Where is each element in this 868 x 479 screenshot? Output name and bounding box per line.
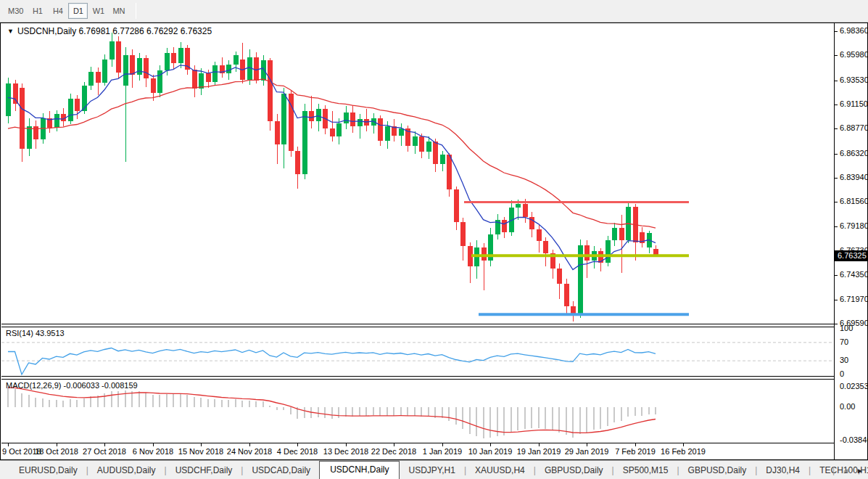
macd-bar (290, 407, 292, 414)
chart-tab-eurusd-daily[interactable]: EURUSD,Daily (10, 462, 86, 479)
candle-body (316, 109, 321, 121)
macd-bar (607, 407, 608, 426)
candle-body (454, 189, 459, 222)
macd-bar (35, 398, 36, 407)
macd-bar (503, 407, 505, 435)
timeframe-button-w1[interactable]: W1 (88, 3, 108, 19)
price-axis-tick (835, 128, 838, 129)
candle-body (344, 112, 349, 123)
date-axis-tick (635, 443, 636, 446)
candle-body (75, 99, 80, 111)
date-axis-tick (57, 443, 57, 446)
timeframe-button-h4[interactable]: H4 (48, 3, 67, 19)
macd-bar (318, 407, 319, 417)
macd-bar (49, 400, 50, 408)
chart-title-text: USDCNH,Daily 6.76981 6.77286 6.76292 6.7… (17, 26, 212, 36)
price-axis-tick (835, 226, 838, 227)
macd-bar (613, 407, 615, 422)
date-axis-label: 15 Nov 2018 (174, 447, 228, 456)
candle-body (440, 155, 445, 164)
candle-body (261, 60, 266, 81)
macd-bar (276, 407, 278, 410)
price-axis-label: 6.91150 (840, 99, 868, 108)
price-axis-tick (835, 202, 838, 202)
timeframe-button-mn[interactable]: MN (109, 3, 128, 19)
tab-scroll-left-icon[interactable]: ◄ (842, 467, 849, 475)
date-axis-tick (394, 443, 394, 446)
candle-body (330, 128, 335, 136)
chart-tab-sp500-m15[interactable]: SP500,M15 (614, 462, 677, 479)
price-panel[interactable]: ▼USDCNH,Daily 6.76981 6.77286 6.76292 6.… (1, 23, 834, 324)
candle-body (350, 112, 355, 127)
chart-tab-usdcad-daily[interactable]: USDCAD,Daily (243, 462, 319, 479)
macd-bar (455, 407, 457, 425)
tab-scroll-right-icon[interactable]: ► (856, 467, 864, 475)
macd-bar (269, 406, 270, 408)
macd-bar (56, 400, 57, 407)
candle-body (88, 72, 94, 86)
candle-body (605, 240, 611, 263)
chart-tabbar: EURUSD,Daily|AUDUSD,Daily|USDCHF,Daily|U… (0, 460, 868, 479)
rsi-panel[interactable]: RSI(14) 43.9513 (1, 327, 834, 377)
price-axis-label: 6.93530 (840, 75, 868, 84)
date-axis-tick (153, 443, 154, 446)
timeframe-button-m30[interactable]: M30 (4, 3, 27, 19)
chart-tab-dj30-h4[interactable]: DJ30,H4 (757, 462, 809, 479)
macd-bar (7, 388, 9, 407)
price-axis-label: 6.88770 (840, 123, 868, 132)
price-axis-tick (835, 178, 838, 179)
candle-body (226, 65, 231, 74)
price-axis-tick (835, 105, 838, 105)
chart-tab-usdchf-daily[interactable]: USDCHF,Daily (167, 462, 241, 479)
macd-bar (214, 399, 215, 407)
macd-bar (283, 407, 284, 410)
chart-tab-gbpusd-daily[interactable]: GBPUSD,Daily (679, 462, 756, 479)
price-axis[interactable]: 6.76325 6.983606.959806.935306.911506.88… (834, 23, 867, 459)
toolbar-divider (136, 3, 136, 19)
macd-bar (627, 407, 629, 417)
candles-layer (6, 33, 658, 322)
timeframe-button-h1[interactable]: H1 (28, 3, 47, 19)
macd-bar (173, 394, 174, 407)
macd-bar (462, 407, 463, 429)
price-axis-tick (835, 324, 838, 324)
macd-bar (111, 391, 112, 408)
macd-bar (338, 407, 339, 418)
chart-tab-usdjpy-h1[interactable]: USDJPY,H1 (400, 462, 463, 479)
macd-bar (62, 401, 64, 407)
date-axis-label: 13 Dec 2018 (319, 447, 373, 456)
candle-body (109, 41, 115, 60)
date-axis[interactable]: 9 Oct 201818 Oct 201827 Oct 20186 Nov 20… (1, 443, 834, 459)
macd-bar (566, 407, 567, 435)
candle-body (178, 48, 183, 63)
price-chart-canvas[interactable] (1, 23, 834, 324)
chart-tab-gbpusd-daily[interactable]: GBPUSD,Daily (536, 462, 612, 479)
macd-bar (117, 391, 119, 407)
chart-tab-usdcnh-daily[interactable]: USDCNH,Daily (319, 461, 400, 479)
chart-tab-audusd-daily[interactable]: AUDUSD,Daily (88, 462, 165, 479)
chart-title: ▼USDCNH,Daily 6.76981 6.77286 6.76292 6.… (7, 26, 212, 36)
macd-bar (145, 393, 146, 408)
chevron-down-icon[interactable]: ▼ (7, 28, 14, 35)
price-axis-label: 6.71970 (840, 295, 868, 303)
tab-scroll-controls: |◄► (832, 465, 864, 475)
macd-panel[interactable]: MACD(12,26,9) -0.006033 -0.008159 (1, 379, 834, 443)
macd-bar (352, 407, 353, 417)
candle-body (433, 142, 438, 164)
chart-tab-xauusd-h4[interactable]: XAUUSD,H4 (466, 462, 534, 479)
macd-bar (593, 407, 595, 430)
macd-bar (407, 407, 408, 416)
candle-body (41, 118, 46, 139)
candle-body (130, 55, 135, 75)
candle-body (144, 58, 149, 78)
date-axis-label: 24 Nov 2018 (223, 447, 276, 456)
candle-body (68, 99, 73, 121)
rsi-canvas (1, 327, 834, 376)
candle-body (557, 269, 562, 284)
macd-bar (517, 407, 518, 430)
candle-body (171, 53, 176, 63)
macd-bar (207, 399, 209, 407)
macd-bar (379, 407, 381, 416)
timeframe-button-d1[interactable]: D1 (68, 3, 88, 19)
candle-body (309, 111, 314, 121)
